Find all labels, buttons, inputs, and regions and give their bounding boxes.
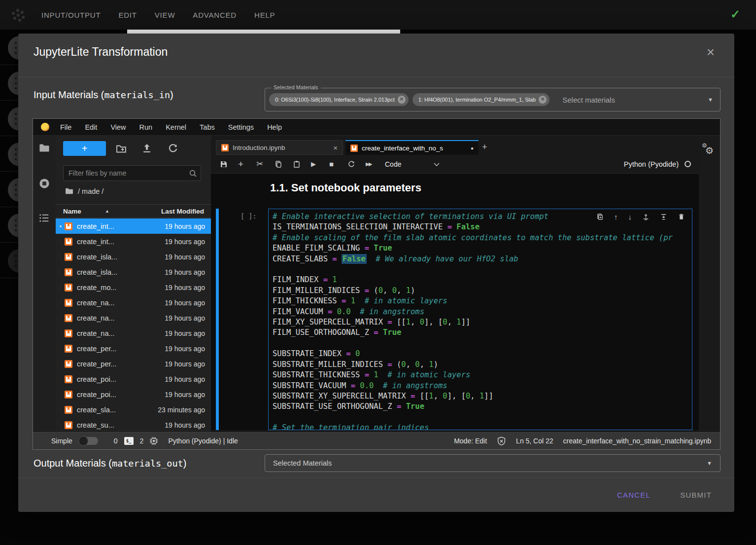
restart-kernel-icon[interactable] xyxy=(347,160,366,168)
file-name[interactable]: create_na... xyxy=(77,314,165,322)
kernel-status-text[interactable]: Python (Pyodide) | Idle xyxy=(168,437,238,445)
file-name[interactable]: create_isla... xyxy=(77,253,165,261)
cut-icon[interactable]: ✂ xyxy=(256,159,275,169)
refresh-icon[interactable] xyxy=(168,143,178,154)
chevron-down-icon[interactable] xyxy=(434,160,440,169)
file-row[interactable]: create_na...19 hours ago xyxy=(56,326,211,341)
insert-cell-icon[interactable]: + xyxy=(238,161,256,168)
paste-icon[interactable] xyxy=(293,160,311,168)
move-cell-up-icon[interactable]: ↑ xyxy=(614,213,618,221)
file-name[interactable]: create_isla... xyxy=(77,268,165,276)
terminals-count[interactable]: 0 xyxy=(114,437,118,445)
running-kernels-tab-icon[interactable] xyxy=(39,178,50,189)
upload-icon[interactable] xyxy=(141,143,152,154)
material-chip[interactable]: 1: Hf4O8(001), termination O2_P4/mmm_1, … xyxy=(412,93,550,106)
run-cell-icon[interactable]: ▶ xyxy=(311,160,329,168)
file-row[interactable]: create_per...19 hours ago xyxy=(56,341,211,356)
submit-button[interactable]: SUBMIT xyxy=(672,486,720,504)
menu-advanced[interactable]: ADVANCED xyxy=(193,11,237,19)
file-row[interactable]: create_sla...23 minutes ago xyxy=(56,402,211,417)
file-name[interactable]: create_int... xyxy=(77,222,165,230)
tab-introduction[interactable]: Introduction.ipynb × xyxy=(216,140,343,155)
select-materials-placeholder[interactable]: Select materials xyxy=(562,96,704,104)
filter-files-input[interactable] xyxy=(63,165,201,181)
new-launcher-button[interactable]: + xyxy=(63,141,106,156)
file-row[interactable]: create_na...19 hours ago xyxy=(56,310,211,326)
close-icon[interactable]: × xyxy=(707,45,715,59)
file-name[interactable]: create_poi... xyxy=(77,391,165,399)
cell-collapser[interactable] xyxy=(216,209,219,430)
file-name[interactable]: create_poi... xyxy=(77,375,165,383)
menu-help[interactable]: HELP xyxy=(254,11,275,19)
simple-mode-toggle[interactable] xyxy=(79,437,98,445)
column-last-modified[interactable]: Last Modified xyxy=(161,208,204,215)
stop-kernel-icon[interactable]: ■ xyxy=(329,160,347,168)
file-row[interactable]: create_mo...19 hours ago xyxy=(56,280,211,295)
kernel-status-icon[interactable] xyxy=(685,161,691,167)
remove-chip-icon[interactable]: × xyxy=(398,96,406,104)
menu-input-output[interactable]: INPUT/OUTPUT xyxy=(41,11,101,19)
jupyter-menu-help[interactable]: Help xyxy=(267,123,282,131)
current-filename[interactable]: create_interface_with_no_strain_matching… xyxy=(563,437,711,445)
insert-cell-above-icon[interactable] xyxy=(642,213,650,220)
file-name[interactable]: create_per... xyxy=(77,360,165,368)
file-row[interactable]: create_per...19 hours ago xyxy=(56,356,211,371)
close-tab-icon[interactable]: × xyxy=(333,144,338,152)
insert-cell-below-icon[interactable] xyxy=(660,213,667,220)
tab-label[interactable]: Introduction.ipynb xyxy=(233,144,329,151)
copy-icon[interactable] xyxy=(275,160,293,168)
menu-view[interactable]: VIEW xyxy=(155,11,175,19)
file-name[interactable]: create_na... xyxy=(77,329,165,337)
cell-type-dropdown[interactable]: Code xyxy=(385,160,401,168)
editor-mode[interactable]: Mode: Edit xyxy=(454,437,487,445)
tab-label[interactable]: create_interface_with_no_s xyxy=(362,145,467,152)
jupyter-menu-edit[interactable]: Edit xyxy=(85,123,97,131)
breadcrumb-path[interactable]: / made / xyxy=(78,187,103,195)
jupyter-menu-view[interactable]: View xyxy=(110,123,126,131)
file-browser-tab-icon[interactable] xyxy=(39,143,50,153)
jupyter-menu-kernel[interactable]: Kernel xyxy=(166,123,186,131)
cancel-button[interactable]: CANCEL xyxy=(609,486,658,504)
file-name[interactable]: create_su... xyxy=(77,421,165,429)
move-cell-down-icon[interactable]: ↓ xyxy=(628,213,632,221)
duplicate-cell-icon[interactable] xyxy=(596,213,604,220)
kernel-sessions-icon[interactable] xyxy=(149,436,158,445)
kernels-count[interactable]: 2 xyxy=(140,437,144,445)
file-name[interactable]: create_mo... xyxy=(77,284,165,291)
jupyter-menu-tabs[interactable]: Tabs xyxy=(200,123,215,131)
terminal-icon[interactable]: $_ xyxy=(124,437,134,445)
unsaved-dot-icon[interactable]: ● xyxy=(471,145,474,151)
file-row[interactable]: create_na...19 hours ago xyxy=(56,295,211,310)
new-folder-icon[interactable] xyxy=(116,143,127,154)
file-row[interactable]: create_poi...19 hours ago xyxy=(56,387,211,402)
material-chip[interactable]: 0: O6Si3(100)-Si8(100), Interface, Strai… xyxy=(269,93,409,106)
file-name[interactable]: create_na... xyxy=(77,299,165,307)
run-all-cells-icon[interactable]: ▶▶ xyxy=(366,161,384,167)
file-name[interactable]: create_int... xyxy=(77,238,165,246)
file-row[interactable]: create_isla...19 hours ago xyxy=(56,249,211,264)
check-icon[interactable]: ✓ xyxy=(730,7,740,21)
tab-create-interface[interactable]: create_interface_with_no_s ● xyxy=(345,140,479,155)
trust-shield-icon[interactable] xyxy=(497,436,506,446)
output-materials-dropdown[interactable]: Selected Materials ▼ xyxy=(265,454,721,472)
code-block[interactable]: # Enable interactive selection of termin… xyxy=(269,209,692,430)
table-of-contents-tab-icon[interactable] xyxy=(39,213,50,223)
jupyter-menu-settings[interactable]: Settings xyxy=(228,123,254,131)
file-row[interactable]: create_isla...19 hours ago xyxy=(56,264,211,280)
chevron-down-icon[interactable]: ▼ xyxy=(707,460,712,466)
add-tab-icon[interactable]: + xyxy=(482,142,487,152)
jupyter-menu-run[interactable]: Run xyxy=(139,123,153,131)
file-row[interactable]: ●create_int...19 hours ago xyxy=(56,218,211,234)
file-row[interactable]: create_poi...19 hours ago xyxy=(56,371,211,387)
delete-cell-icon[interactable] xyxy=(678,213,685,220)
sort-ascending-icon[interactable]: ▲ xyxy=(105,209,109,214)
code-cell-editor[interactable]: # Enable interactive selection of termin… xyxy=(268,209,692,430)
cursor-position[interactable]: Ln 5, Col 22 xyxy=(516,437,553,445)
file-name[interactable]: create_sla... xyxy=(77,406,158,414)
file-row[interactable]: create_su...19 hours ago xyxy=(56,417,211,433)
breadcrumb[interactable]: / made / xyxy=(65,187,103,195)
file-row[interactable]: create_int...19 hours ago xyxy=(56,234,211,249)
file-name[interactable]: create_per... xyxy=(77,345,165,353)
selected-materials-field[interactable]: Selected Materials 0: O6Si3(100)-Si8(100… xyxy=(265,88,721,111)
kernel-name[interactable]: Python (Pyodide) xyxy=(624,160,679,168)
